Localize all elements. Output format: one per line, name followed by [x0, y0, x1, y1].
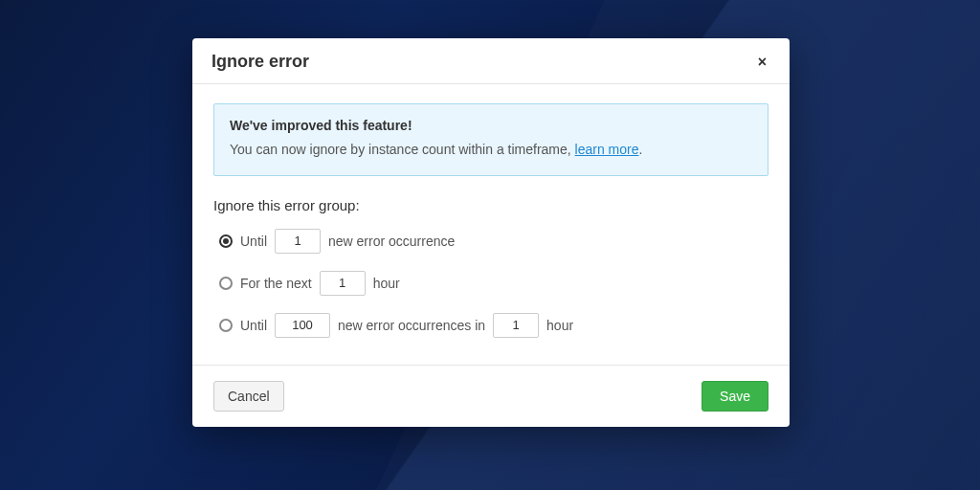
modal-footer: Cancel Save [192, 365, 790, 427]
option-label-prefix: Until [240, 318, 267, 333]
option-label-suffix: hour [546, 318, 573, 333]
info-text-suffix: . [639, 142, 643, 157]
section-label: Ignore this error group: [213, 197, 768, 213]
modal-header: Ignore error × [192, 38, 790, 84]
radio-icon[interactable] [219, 319, 233, 332]
info-banner-title: We've improved this feature! [230, 118, 752, 133]
duration-input[interactable]: 1 [320, 271, 366, 296]
modal-title: Ignore error [212, 52, 309, 72]
option-until-count-in-time[interactable]: Until 100 new error occurrences in 1 hou… [213, 313, 768, 338]
radio-icon[interactable] [219, 234, 233, 248]
count-input[interactable]: 1 [275, 229, 321, 254]
option-for-next[interactable]: For the next 1 hour [213, 271, 768, 296]
radio-icon[interactable] [219, 277, 233, 290]
cancel-button[interactable]: Cancel [213, 381, 284, 412]
option-label-suffix: hour [373, 276, 400, 291]
option-label-mid: new error occurrences in [338, 318, 485, 333]
option-until-count[interactable]: Until 1 new error occurrence [213, 229, 768, 254]
app-backdrop: Ignore error × We've improved this featu… [0, 0, 980, 490]
option-label-prefix: Until [240, 234, 267, 249]
option-label-suffix: new error occurrence [328, 234, 455, 249]
info-text-prefix: You can now ignore by instance count wit… [230, 142, 575, 157]
timeframe-input[interactable]: 1 [493, 313, 539, 338]
info-banner-text: You can now ignore by instance count wit… [230, 141, 752, 160]
close-icon[interactable]: × [754, 53, 770, 72]
info-banner: We've improved this feature! You can now… [213, 103, 768, 176]
learn-more-link[interactable]: learn more [575, 142, 639, 157]
count-input[interactable]: 100 [275, 313, 330, 338]
save-button[interactable]: Save [702, 381, 768, 412]
option-label-prefix: For the next [240, 276, 312, 291]
ignore-error-modal: Ignore error × We've improved this featu… [192, 38, 790, 427]
modal-body: We've improved this feature! You can now… [192, 84, 790, 365]
